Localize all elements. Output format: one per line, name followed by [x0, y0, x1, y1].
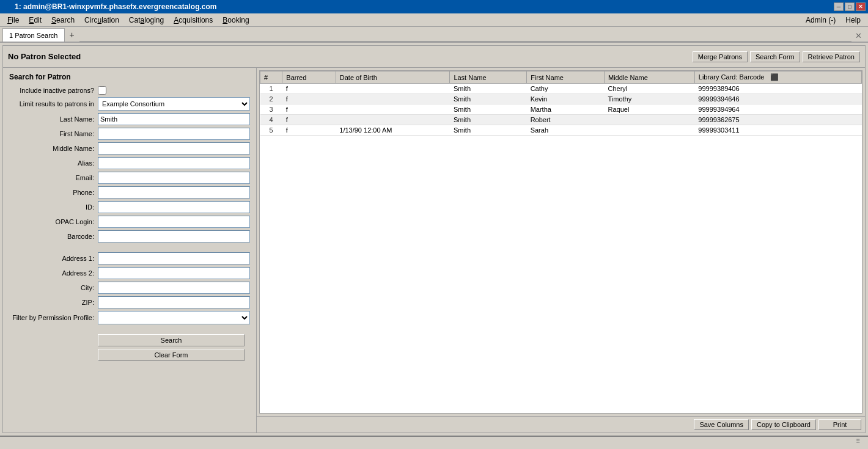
middle-name-input[interactable] — [98, 142, 250, 155]
phone-input[interactable] — [98, 186, 250, 199]
col-header-dob[interactable]: Date of Birth — [336, 71, 450, 84]
opac-login-row: OPAC Login: — [9, 216, 250, 228]
app-icon — [2, 2, 11, 11]
search-panel: Search for Patron Include inactive patro… — [3, 68, 257, 433]
city-label: City: — [9, 284, 98, 291]
bottom-bar: Save Columns Copy to Clipboard Print — [257, 416, 865, 433]
copy-clipboard-button[interactable]: Copy to Clipboard — [751, 419, 816, 430]
col-header-num[interactable]: # — [260, 71, 282, 84]
email-label: Email: — [9, 174, 98, 181]
cell-barred: f — [282, 115, 336, 125]
minimize-button[interactable]: ─ — [834, 2, 844, 11]
menu-edit[interactable]: Edit — [24, 15, 46, 26]
menu-cataloging[interactable]: Cataloging — [124, 15, 169, 26]
menu-help[interactable]: Help — [840, 15, 866, 26]
table-row[interactable]: 4 f Smith Robert 99999362675 — [260, 115, 862, 125]
search-form-button[interactable]: Search Form — [750, 51, 800, 62]
limit-results-select[interactable]: Example Consortium — [98, 97, 250, 111]
cell-num: 4 — [260, 115, 282, 125]
address1-row: Address 1: — [9, 252, 250, 265]
table-row[interactable]: 1 f Smith Cathy Cheryl 99999389406 — [260, 84, 862, 94]
menu-circulation[interactable]: Circulation — [79, 15, 124, 26]
filter-select[interactable] — [98, 311, 250, 324]
barcode-label: Barcode: — [9, 233, 98, 240]
col-header-barcode[interactable]: Library Card: Barcode ⬛ — [694, 71, 861, 84]
include-inactive-label: Include inactive patrons? — [9, 87, 98, 94]
last-name-label: Last Name: — [9, 115, 98, 123]
zip-row: ZIP: — [9, 296, 250, 308]
title-bar-controls: ─ □ ✕ — [834, 2, 866, 11]
title-bar: 1: admin@BR1-winxpvmfx.phasefx.evergreen… — [0, 0, 868, 13]
cell-last-name: Smith — [450, 84, 527, 94]
id-input[interactable] — [98, 201, 250, 213]
no-patron-label: No Patron Selected — [8, 52, 81, 61]
menu-booking[interactable]: Booking — [218, 15, 254, 26]
results-panel: # Barred Date of Birth Last Name First N… — [257, 68, 865, 433]
city-input[interactable] — [98, 282, 250, 294]
email-input[interactable] — [98, 172, 250, 184]
col-header-last-name[interactable]: Last Name — [450, 71, 527, 84]
phone-label: Phone: — [9, 189, 98, 196]
cell-barred: f — [282, 94, 336, 104]
col-header-first-name[interactable]: First Name — [527, 71, 605, 84]
address2-input[interactable] — [98, 267, 250, 279]
table-row[interactable]: 3 f Smith Martha Raquel 99999394964 — [260, 104, 862, 115]
cell-middle-name: Timothy — [605, 94, 695, 104]
middle-name-row: Middle Name: — [9, 142, 250, 155]
col-header-middle-name[interactable]: Middle Name — [605, 71, 695, 84]
cell-middle-name: Raquel — [605, 104, 695, 115]
cell-barcode: 99999303411 — [694, 125, 861, 136]
tab-add-button[interactable]: + — [65, 28, 79, 42]
top-info-bar: No Patron Selected Merge Patrons Search … — [3, 46, 865, 68]
menu-bar: File Edit Search Circulation Cataloging … — [0, 13, 868, 27]
print-button[interactable]: Print — [818, 419, 861, 430]
clear-form-button[interactable]: Clear Form — [98, 349, 245, 361]
window-close-button[interactable]: ✕ — [851, 30, 866, 42]
cell-first-name: Robert — [527, 115, 605, 125]
first-name-input[interactable] — [98, 128, 250, 140]
menu-search[interactable]: Search — [46, 15, 79, 26]
search-button[interactable]: Search — [98, 334, 245, 346]
cell-num: 2 — [260, 94, 282, 104]
cell-dob: 1/13/90 12:00 AM — [336, 125, 450, 136]
opac-login-input[interactable] — [98, 216, 250, 228]
alias-input[interactable] — [98, 157, 250, 169]
cell-num: 1 — [260, 84, 282, 94]
zip-input[interactable] — [98, 296, 250, 308]
table-row[interactable]: 2 f Smith Kevin Timothy 99999394646 — [260, 94, 862, 104]
alias-label: Alias: — [9, 159, 98, 167]
alias-row: Alias: — [9, 157, 250, 169]
address1-input[interactable] — [98, 252, 250, 265]
menu-admin[interactable]: Admin (-) — [801, 15, 840, 26]
table-header-row: # Barred Date of Birth Last Name First N… — [260, 71, 862, 84]
cell-middle-name: Cheryl — [605, 84, 695, 94]
tab-bar: 1 Patron Search + ✕ — [0, 27, 868, 43]
maximize-button[interactable]: □ — [845, 2, 855, 11]
save-columns-button[interactable]: Save Columns — [694, 419, 749, 430]
last-name-input[interactable] — [98, 113, 250, 125]
barcode-input[interactable] — [98, 230, 250, 243]
cell-last-name: Smith — [450, 94, 527, 104]
menu-file[interactable]: File — [2, 15, 24, 26]
table-row[interactable]: 5 f 1/13/90 12:00 AM Smith Sarah 9999930… — [260, 125, 862, 136]
col-header-barred[interactable]: Barred — [282, 71, 336, 84]
title-bar-text: 1: admin@BR1-winxpvmfx.phasefx.evergreen… — [15, 2, 216, 11]
cell-last-name: Smith — [450, 115, 527, 125]
main-content: No Patron Selected Merge Patrons Search … — [0, 43, 868, 436]
cell-last-name: Smith — [450, 104, 527, 115]
phone-row: Phone: — [9, 186, 250, 199]
cell-first-name: Cathy — [527, 84, 605, 94]
limit-results-label: Limit results to patrons in — [9, 100, 98, 108]
retrieve-patron-button[interactable]: Retrieve Patron — [803, 51, 860, 62]
filter-label: Filter by Permission Profile: — [9, 314, 98, 321]
opac-login-label: OPAC Login: — [9, 218, 98, 225]
merge-patrons-button[interactable]: Merge Patrons — [693, 51, 748, 62]
tab-patron-search[interactable]: 1 Patron Search — [2, 28, 65, 42]
email-row: Email: — [9, 172, 250, 184]
include-inactive-checkbox[interactable] — [98, 86, 106, 95]
menu-acquisitions[interactable]: Acquisitions — [169, 15, 218, 26]
id-row: ID: — [9, 201, 250, 213]
first-name-label: First Name: — [9, 130, 98, 137]
close-button[interactable]: ✕ — [856, 2, 866, 11]
content-area: Search for Patron Include inactive patro… — [3, 68, 865, 433]
